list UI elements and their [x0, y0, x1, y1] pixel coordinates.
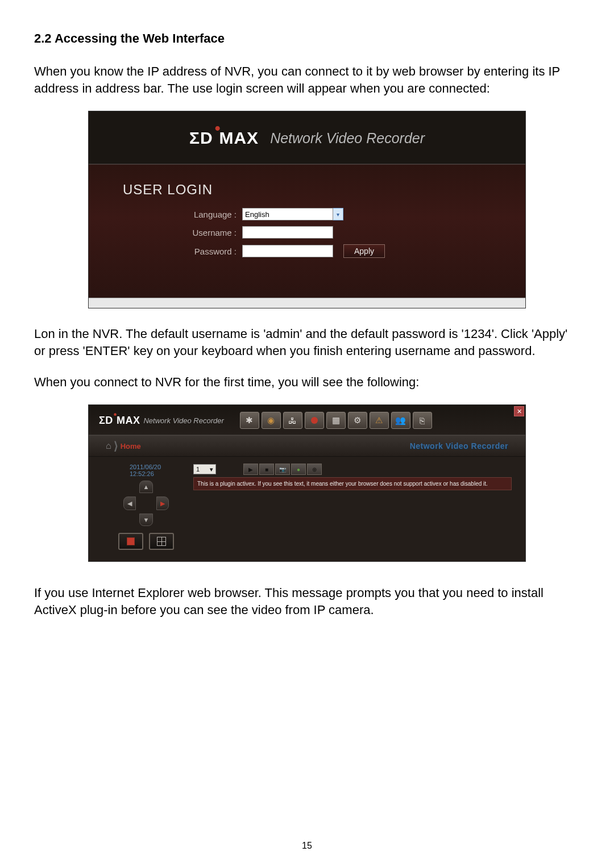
apply-button[interactable]: Apply [343, 244, 385, 258]
close-icon[interactable]: ✕ [514, 406, 524, 416]
dpad-right-button[interactable]: ▶ [156, 496, 169, 510]
chevron-down-icon: ▾ [210, 466, 213, 473]
network-icon[interactable]: 🖧 [283, 412, 302, 429]
language-input[interactable] [242, 208, 333, 220]
gear-icon[interactable]: ⚙ [348, 412, 367, 429]
nvr-main-screenshot: ✕ ΣD•MAX Network Video Recorder ✱ ◉ 🖧 ▦ … [88, 404, 526, 562]
breadcrumb-bar: ⌂ ⟩ Home Network Video Recorder [89, 435, 525, 457]
toolbar-icons: ✱ ◉ 🖧 ▦ ⚙ ⚠ 👥 ⎘ [240, 412, 432, 429]
logo-dot-icon: • [114, 410, 117, 420]
login-screenshot: ΣD•MAX Network Video Recorder USER LOGIN… [88, 111, 526, 308]
login-header: ΣD•MAX Network Video Recorder [89, 128, 525, 164]
login-panel: USER LOGIN Language : ▾ Username : Passw… [89, 164, 525, 298]
chevron-right-icon: ⟩ [114, 439, 118, 453]
timestamp-label: 2011/06/20 12:52:26 [130, 464, 183, 477]
dpad-left-button[interactable]: ◀ [123, 496, 136, 510]
users-icon[interactable]: 👥 [391, 412, 410, 429]
language-select[interactable]: ▾ [242, 208, 343, 220]
username-input[interactable] [242, 226, 333, 239]
product-title: Network Video Recorder [270, 130, 425, 147]
record-button[interactable]: ● [291, 464, 306, 475]
username-label: Username : [123, 228, 242, 237]
edimax-logo: ΣD•MAX [189, 128, 259, 148]
play-button[interactable]: ▶ [243, 464, 258, 475]
grid-view-icon [157, 537, 166, 546]
breadcrumb-title: Network Video Recorder [410, 441, 508, 450]
ptz-dpad: ▲ ▼ ◀ ▶ [123, 481, 169, 526]
login-footer-bar [89, 298, 525, 308]
section-heading: 2.2 Accessing the Web Interface [34, 31, 580, 46]
page-number: 15 [0, 841, 614, 851]
alert-icon[interactable]: ⚠ [370, 412, 389, 429]
login-instructions-paragraph: Lon in the NVR. The default username is … [34, 326, 580, 359]
single-view-icon [127, 537, 135, 545]
chevron-down-icon[interactable]: ▾ [333, 208, 343, 220]
home-icon[interactable]: ⌂ [106, 441, 111, 451]
record-target-icon[interactable]: ◉ [262, 412, 281, 429]
language-label: Language : [123, 210, 242, 219]
channel-select[interactable]: 1 ▾ [193, 464, 216, 474]
exit-icon[interactable]: ⎘ [413, 412, 432, 429]
channel-value: 1 [196, 466, 200, 473]
edimax-logo-small: ΣD•MAX [99, 415, 140, 427]
intro-paragraph: When you know the IP address of NVR, you… [34, 63, 580, 97]
calendar-icon[interactable]: ▦ [326, 412, 346, 429]
record-dot-icon[interactable] [305, 412, 324, 429]
zoom-button[interactable]: ⊕ [307, 464, 322, 475]
dpad-down-button[interactable]: ▼ [139, 514, 153, 526]
nvr-main-area: 2011/06/20 12:52:26 ▲ ▼ ◀ ▶ 1 ▾ ▶ ■ [89, 457, 525, 561]
single-view-button[interactable] [118, 533, 143, 550]
logo-dot-icon: • [215, 119, 221, 137]
logo-text-post: MAX [117, 415, 140, 427]
stop-button[interactable]: ■ [259, 464, 274, 475]
first-connect-paragraph: When you connect to NVR for the first ti… [34, 374, 580, 391]
logo-text-post: MAX [219, 128, 259, 148]
logo-text-pre: ΣD [189, 128, 213, 148]
snapshot-button[interactable]: 📷 [275, 464, 290, 475]
plugin-warning-message: This is a plugin activex. If you see thi… [193, 477, 512, 490]
activex-paragraph: If you use Internet Explorer web browser… [34, 585, 580, 618]
nvr-topbar: ΣD•MAX Network Video Recorder ✱ ◉ 🖧 ▦ ⚙ … [89, 405, 525, 435]
password-input[interactable] [242, 245, 333, 257]
product-title-small: Network Video Recorder [143, 416, 223, 425]
snowflake-icon[interactable]: ✱ [240, 412, 259, 429]
breadcrumb-home-label[interactable]: Home [121, 442, 141, 450]
password-label: Password : [123, 247, 242, 256]
logo-text-pre: ΣD [99, 415, 113, 427]
dpad-up-button[interactable]: ▲ [139, 481, 153, 493]
login-panel-title: USER LOGIN [123, 182, 491, 198]
grid-view-button[interactable] [149, 533, 174, 550]
